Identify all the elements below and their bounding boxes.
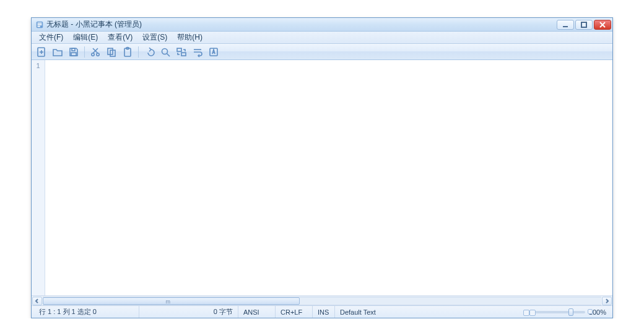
svg-point-14 (97, 53, 99, 56)
scroll-thumb[interactable] (43, 297, 300, 305)
zoom-slider-thumb[interactable] (568, 308, 573, 316)
toolbar-separator (84, 46, 85, 58)
open-file-icon[interactable] (50, 45, 65, 59)
close-button[interactable] (594, 20, 611, 30)
cut-icon[interactable] (88, 45, 103, 59)
status-size: 0 字节 (139, 306, 238, 318)
new-file-icon[interactable] (34, 45, 49, 59)
title-bar: 无标题 - 小黑记事本 (管理员) (32, 18, 612, 32)
status-insert-mode[interactable]: INS (313, 306, 335, 318)
line-number: 1 (32, 62, 45, 69)
zoom-slider[interactable] (529, 311, 585, 313)
menu-file[interactable]: 文件(F) (34, 31, 68, 44)
svg-rect-24 (181, 53, 186, 56)
text-editor[interactable] (45, 60, 612, 295)
replace-icon[interactable] (174, 45, 189, 59)
status-language[interactable]: Default Text (335, 306, 381, 318)
toolbar (32, 44, 612, 60)
app-icon (35, 20, 44, 29)
window-buttons (557, 20, 611, 30)
svg-line-22 (167, 54, 170, 57)
word-wrap-icon[interactable] (190, 45, 205, 59)
scroll-left-arrow-icon[interactable] (32, 297, 42, 305)
copy-icon[interactable] (104, 45, 119, 59)
status-encoding[interactable]: ANSI (238, 306, 276, 318)
font-icon[interactable] (206, 45, 221, 59)
zoom-plus-icon[interactable] (588, 309, 593, 314)
zoom-control[interactable]: 100% (526, 308, 610, 316)
maximize-button[interactable] (575, 20, 593, 30)
menu-bar: 文件(F) 编辑(E) 查看(V) 设置(S) 帮助(H) (32, 32, 612, 44)
svg-rect-23 (177, 48, 181, 51)
status-newline[interactable]: CR+LF (276, 306, 313, 318)
status-position: 行 1 : 1 列 1 选定 0 (34, 306, 139, 318)
minimize-button[interactable] (557, 20, 574, 30)
menu-edit[interactable]: 编辑(E) (68, 31, 103, 44)
editor-area: 1 (32, 60, 612, 295)
save-icon[interactable] (66, 45, 81, 59)
scroll-track[interactable]: m (43, 297, 601, 305)
svg-point-13 (92, 53, 94, 56)
svg-rect-11 (72, 48, 75, 51)
toolbar-separator (138, 46, 139, 58)
svg-rect-1 (38, 22, 42, 24)
svg-rect-2 (38, 24, 42, 25)
find-icon[interactable] (158, 45, 173, 59)
svg-point-21 (162, 49, 168, 55)
status-bar: 行 1 : 1 列 1 选定 0 0 字节 ANSI CR+LF INS Def… (32, 305, 612, 318)
undo-icon[interactable] (142, 45, 157, 59)
svg-rect-12 (71, 53, 76, 56)
svg-rect-3 (38, 25, 40, 27)
line-number-gutter: 1 (32, 60, 45, 295)
svg-rect-5 (581, 22, 586, 27)
scroll-right-arrow-icon[interactable] (602, 297, 612, 305)
window-title: 无标题 - 小黑记事本 (管理员) (46, 19, 142, 30)
menu-help[interactable]: 帮助(H) (172, 31, 207, 44)
paste-icon[interactable] (120, 45, 135, 59)
horizontal-scrollbar[interactable]: m (32, 295, 612, 305)
app-window: 无标题 - 小黑记事本 (管理员) 文件(F) 编辑(E) 查看(V) 设置(S… (31, 17, 613, 318)
menu-view[interactable]: 查看(V) (103, 31, 137, 44)
menu-settings[interactable]: 设置(S) (137, 31, 172, 44)
